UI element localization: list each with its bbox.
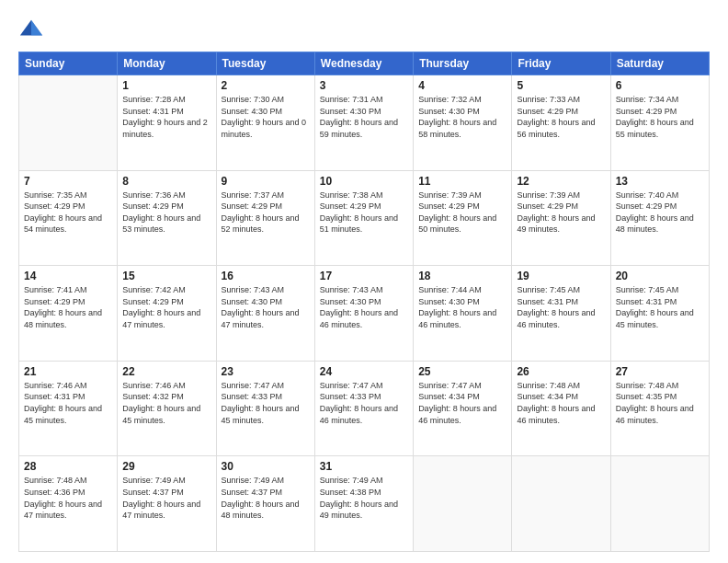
calendar-cell: 9Sunrise: 7:37 AMSunset: 4:29 PMDaylight… [216, 170, 314, 266]
week-row-3: 14Sunrise: 7:41 AMSunset: 4:29 PMDayligh… [19, 266, 710, 362]
day-header-thursday: Thursday [414, 52, 512, 75]
day-number: 31 [320, 460, 408, 473]
calendar-cell: 23Sunrise: 7:47 AMSunset: 4:33 PMDayligh… [216, 361, 314, 456]
day-info: Sunrise: 7:33 AMSunset: 4:29 PMDaylight:… [517, 94, 605, 140]
calendar-cell: 4Sunrise: 7:32 AMSunset: 4:30 PMDaylight… [414, 75, 512, 171]
day-info: Sunrise: 7:49 AMSunset: 4:37 PMDaylight:… [122, 475, 210, 521]
day-number: 4 [418, 79, 506, 92]
day-number: 16 [222, 270, 310, 282]
day-info: Sunrise: 7:43 AMSunset: 4:30 PMDaylight:… [222, 284, 310, 330]
calendar-cell: 27Sunrise: 7:48 AMSunset: 4:35 PMDayligh… [610, 361, 709, 456]
day-number: 13 [616, 175, 704, 188]
day-number: 22 [122, 365, 210, 378]
day-info: Sunrise: 7:46 AMSunset: 4:32 PMDaylight:… [122, 380, 210, 426]
calendar-cell: 5Sunrise: 7:33 AMSunset: 4:29 PMDaylight… [512, 75, 610, 171]
day-number: 20 [616, 270, 704, 282]
day-number: 12 [517, 175, 605, 188]
day-info: Sunrise: 7:32 AMSunset: 4:30 PMDaylight:… [418, 94, 506, 140]
day-number: 1 [122, 79, 210, 92]
day-number: 15 [122, 270, 210, 282]
day-info: Sunrise: 7:45 AMSunset: 4:31 PMDaylight:… [517, 284, 605, 330]
day-number: 8 [122, 175, 210, 188]
day-info: Sunrise: 7:35 AMSunset: 4:29 PMDaylight:… [24, 190, 112, 236]
week-row-4: 21Sunrise: 7:46 AMSunset: 4:31 PMDayligh… [19, 361, 710, 456]
day-info: Sunrise: 7:34 AMSunset: 4:29 PMDaylight:… [616, 94, 704, 140]
day-info: Sunrise: 7:46 AMSunset: 4:31 PMDaylight:… [24, 380, 112, 426]
day-info: Sunrise: 7:49 AMSunset: 4:37 PMDaylight:… [222, 475, 310, 521]
calendar-cell: 6Sunrise: 7:34 AMSunset: 4:29 PMDaylight… [610, 75, 709, 171]
calendar-cell: 8Sunrise: 7:36 AMSunset: 4:29 PMDaylight… [118, 170, 216, 266]
week-row-2: 7Sunrise: 7:35 AMSunset: 4:29 PMDaylight… [19, 170, 710, 266]
calendar-cell: 15Sunrise: 7:42 AMSunset: 4:29 PMDayligh… [118, 266, 216, 362]
calendar-cell: 3Sunrise: 7:31 AMSunset: 4:30 PMDaylight… [314, 75, 413, 171]
day-number: 5 [517, 79, 605, 92]
day-number: 26 [517, 365, 605, 378]
day-header-sunday: Sunday [19, 52, 118, 75]
day-info: Sunrise: 7:36 AMSunset: 4:29 PMDaylight:… [122, 190, 210, 236]
day-number: 14 [24, 270, 112, 282]
day-info: Sunrise: 7:44 AMSunset: 4:30 PMDaylight:… [418, 284, 506, 330]
calendar-cell [414, 456, 512, 552]
day-info: Sunrise: 7:38 AMSunset: 4:29 PMDaylight:… [320, 190, 408, 236]
day-number: 17 [320, 270, 408, 282]
page: SundayMondayTuesdayWednesdayThursdayFrid… [0, 0, 728, 563]
calendar-cell: 7Sunrise: 7:35 AMSunset: 4:29 PMDaylight… [19, 170, 118, 266]
day-info: Sunrise: 7:28 AMSunset: 4:31 PMDaylight:… [122, 94, 210, 140]
day-number: 21 [24, 365, 112, 378]
day-number: 10 [320, 175, 408, 188]
day-number: 23 [222, 365, 310, 378]
calendar-header-row: SundayMondayTuesdayWednesdayThursdayFrid… [19, 52, 710, 75]
day-number: 19 [517, 270, 605, 282]
day-number: 24 [320, 365, 408, 378]
calendar-cell: 10Sunrise: 7:38 AMSunset: 4:29 PMDayligh… [314, 170, 413, 266]
header [18, 17, 710, 42]
calendar-cell: 13Sunrise: 7:40 AMSunset: 4:29 PMDayligh… [610, 170, 709, 266]
day-info: Sunrise: 7:39 AMSunset: 4:29 PMDaylight:… [418, 190, 506, 236]
day-number: 11 [418, 175, 506, 188]
week-row-1: 1Sunrise: 7:28 AMSunset: 4:31 PMDaylight… [19, 75, 710, 171]
day-number: 29 [122, 460, 210, 473]
day-number: 2 [222, 79, 310, 92]
calendar-cell: 29Sunrise: 7:49 AMSunset: 4:37 PMDayligh… [118, 456, 216, 552]
calendar-cell: 31Sunrise: 7:49 AMSunset: 4:38 PMDayligh… [314, 456, 413, 552]
svg-marker-1 [31, 20, 42, 36]
day-info: Sunrise: 7:48 AMSunset: 4:36 PMDaylight:… [24, 475, 112, 521]
calendar-cell: 16Sunrise: 7:43 AMSunset: 4:30 PMDayligh… [216, 266, 314, 362]
calendar-cell: 2Sunrise: 7:30 AMSunset: 4:30 PMDaylight… [216, 75, 314, 171]
day-number: 27 [616, 365, 704, 378]
calendar-table: SundayMondayTuesdayWednesdayThursdayFrid… [18, 52, 710, 552]
day-number: 6 [616, 79, 704, 92]
day-header-friday: Friday [512, 52, 610, 75]
logo [18, 17, 48, 42]
calendar-cell: 22Sunrise: 7:46 AMSunset: 4:32 PMDayligh… [118, 361, 216, 456]
calendar-cell: 12Sunrise: 7:39 AMSunset: 4:29 PMDayligh… [512, 170, 610, 266]
calendar-cell: 21Sunrise: 7:46 AMSunset: 4:31 PMDayligh… [19, 361, 118, 456]
day-info: Sunrise: 7:30 AMSunset: 4:30 PMDaylight:… [222, 94, 310, 140]
day-number: 3 [320, 79, 408, 92]
calendar-cell: 11Sunrise: 7:39 AMSunset: 4:29 PMDayligh… [414, 170, 512, 266]
calendar-body: 1Sunrise: 7:28 AMSunset: 4:31 PMDaylight… [19, 75, 710, 552]
day-info: Sunrise: 7:47 AMSunset: 4:34 PMDaylight:… [418, 380, 506, 426]
day-info: Sunrise: 7:37 AMSunset: 4:29 PMDaylight:… [222, 190, 310, 236]
day-header-monday: Monday [118, 52, 216, 75]
day-info: Sunrise: 7:43 AMSunset: 4:30 PMDaylight:… [320, 284, 408, 330]
day-number: 7 [24, 175, 112, 188]
calendar-cell: 19Sunrise: 7:45 AMSunset: 4:31 PMDayligh… [512, 266, 610, 362]
logo-icon [18, 17, 44, 42]
day-number: 9 [222, 175, 310, 188]
day-header-saturday: Saturday [610, 52, 709, 75]
day-header-tuesday: Tuesday [216, 52, 314, 75]
calendar-cell: 1Sunrise: 7:28 AMSunset: 4:31 PMDaylight… [118, 75, 216, 171]
day-info: Sunrise: 7:48 AMSunset: 4:35 PMDaylight:… [616, 380, 704, 426]
day-info: Sunrise: 7:31 AMSunset: 4:30 PMDaylight:… [320, 94, 408, 140]
calendar-cell: 26Sunrise: 7:48 AMSunset: 4:34 PMDayligh… [512, 361, 610, 456]
day-info: Sunrise: 7:49 AMSunset: 4:38 PMDaylight:… [320, 475, 408, 521]
day-info: Sunrise: 7:42 AMSunset: 4:29 PMDaylight:… [122, 284, 210, 330]
calendar-cell [610, 456, 709, 552]
calendar-cell [512, 456, 610, 552]
calendar-cell: 25Sunrise: 7:47 AMSunset: 4:34 PMDayligh… [414, 361, 512, 456]
week-row-5: 28Sunrise: 7:48 AMSunset: 4:36 PMDayligh… [19, 456, 710, 552]
day-header-wednesday: Wednesday [314, 52, 413, 75]
day-info: Sunrise: 7:47 AMSunset: 4:33 PMDaylight:… [222, 380, 310, 426]
day-info: Sunrise: 7:40 AMSunset: 4:29 PMDaylight:… [616, 190, 704, 236]
